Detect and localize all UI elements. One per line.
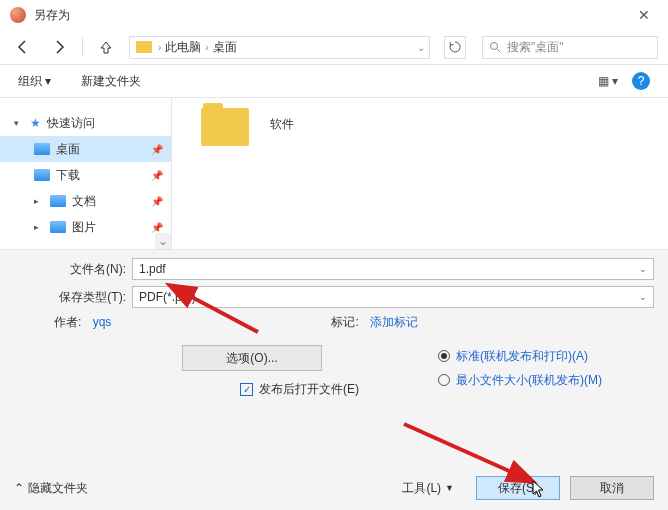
filename-field[interactable]: 1.pdf ⌄ — [132, 258, 654, 280]
tags-value[interactable]: 添加标记 — [370, 315, 418, 329]
save-button[interactable]: 保存(S) — [476, 476, 560, 500]
radio-minimum[interactable]: 最小文件大小(联机发布)(M) — [438, 372, 638, 388]
chevron-right-icon: › — [158, 42, 161, 53]
tree-label: 桌面 — [56, 141, 80, 158]
nav-up-button[interactable] — [93, 34, 119, 60]
filetype-value: PDF(*.pdf) — [139, 290, 196, 304]
refresh-button[interactable] — [444, 36, 466, 59]
nav-forward-button[interactable] — [46, 34, 72, 60]
folder-icon — [50, 221, 66, 233]
cancel-button-label: 取消 — [600, 480, 624, 497]
tools-label: 工具(L) — [402, 480, 441, 497]
tree-item-desktop[interactable]: 桌面 📌 — [0, 136, 171, 162]
breadcrumb-item[interactable]: 此电脑 — [165, 39, 201, 56]
chevron-down-icon[interactable]: ⌄ — [417, 42, 425, 53]
search-icon — [489, 41, 501, 53]
radio-standard[interactable]: 标准(联机发布和打印)(A) — [438, 348, 638, 364]
svg-line-1 — [497, 49, 500, 52]
folder-icon — [34, 169, 50, 181]
pin-icon: 📌 — [151, 222, 163, 233]
view-menu-icon[interactable]: ▦ ▾ — [598, 74, 618, 88]
chevron-down-icon[interactable]: ⌄ — [639, 264, 647, 274]
window-title: 另存为 — [34, 7, 630, 24]
pin-icon: 📌 — [151, 170, 163, 181]
folder-icon — [136, 41, 152, 53]
radio-icon — [438, 374, 450, 386]
author-value[interactable]: yqs — [93, 315, 112, 329]
radio-label: 标准(联机发布和打印)(A) — [456, 348, 588, 364]
tree-label: 图片 — [72, 219, 96, 236]
caret-down-icon: ▾ — [14, 118, 24, 128]
radio-label: 最小文件大小(联机发布)(M) — [456, 372, 602, 388]
file-item-folder[interactable] — [190, 108, 260, 150]
scroll-down-icon[interactable]: ⌄ — [155, 233, 171, 249]
search-input[interactable]: 搜索"桌面" — [482, 36, 658, 59]
powerpoint-app-icon — [10, 7, 26, 23]
author-label: 作者: — [54, 315, 81, 329]
svg-point-0 — [491, 43, 498, 50]
tree-label: 文档 — [72, 193, 96, 210]
filetype-field[interactable]: PDF(*.pdf) ⌄ — [132, 286, 654, 308]
search-placeholder: 搜索"桌面" — [507, 39, 564, 56]
cancel-button[interactable]: 取消 — [570, 476, 654, 500]
filename-value: 1.pdf — [139, 262, 166, 276]
star-icon: ★ — [30, 116, 41, 130]
hide-folders-label: 隐藏文件夹 — [28, 480, 88, 497]
save-button-label: 保存(S) — [498, 480, 538, 497]
tree-item-downloads[interactable]: 下载 📌 — [0, 162, 171, 188]
file-item-label: 软件 — [270, 108, 294, 133]
chevron-down-icon: ▼ — [445, 483, 454, 493]
close-button[interactable]: ✕ — [630, 7, 658, 23]
chevron-right-icon: › — [205, 42, 208, 53]
chevron-down-icon[interactable]: ⌄ — [639, 292, 647, 302]
radio-icon — [438, 350, 450, 362]
filename-label: 文件名(N): — [14, 261, 132, 278]
options-button-label: 选项(O)... — [226, 350, 277, 367]
folder-icon — [50, 195, 66, 207]
tree-label: 快速访问 — [47, 115, 95, 132]
folder-icon — [34, 143, 50, 155]
caret-right-icon: ▸ — [34, 196, 44, 206]
tree-item-documents[interactable]: ▸ 文档 📌 — [0, 188, 171, 214]
tree-label: 下载 — [56, 167, 80, 184]
hide-folders-toggle[interactable]: ⌃ 隐藏文件夹 — [14, 480, 88, 497]
new-folder-button[interactable]: 新建文件夹 — [81, 73, 141, 90]
tree-item-pictures[interactable]: ▸ 图片 📌 — [0, 214, 171, 240]
sidebar: ▾ ★ 快速访问 桌面 📌 下载 📌 ▸ 文档 📌 ▸ 图片 📌 ⌄ — [0, 98, 172, 249]
checkbox-icon: ✓ — [240, 383, 253, 396]
help-icon[interactable]: ? — [632, 72, 650, 90]
organize-menu[interactable]: 组织 ▾ — [18, 73, 51, 90]
open-after-label: 发布后打开文件(E) — [259, 381, 359, 398]
breadcrumb-item[interactable]: 桌面 — [213, 39, 237, 56]
options-button[interactable]: 选项(O)... — [182, 345, 322, 371]
tools-menu[interactable]: 工具(L) ▼ — [402, 480, 454, 497]
file-list[interactable]: 软件 — [172, 98, 668, 249]
folder-icon — [201, 108, 249, 146]
tags-label: 标记: — [331, 315, 358, 329]
breadcrumb[interactable]: › 此电脑 › 桌面 ⌄ — [129, 36, 430, 59]
tree-quick-access[interactable]: ▾ ★ 快速访问 — [0, 110, 171, 136]
pin-icon: 📌 — [151, 196, 163, 207]
separator — [82, 38, 83, 56]
caret-right-icon: ▸ — [34, 222, 44, 232]
nav-back-button[interactable] — [10, 34, 36, 60]
chevron-up-icon: ⌃ — [14, 481, 24, 495]
filetype-label: 保存类型(T): — [14, 289, 132, 306]
pin-icon: 📌 — [151, 144, 163, 155]
